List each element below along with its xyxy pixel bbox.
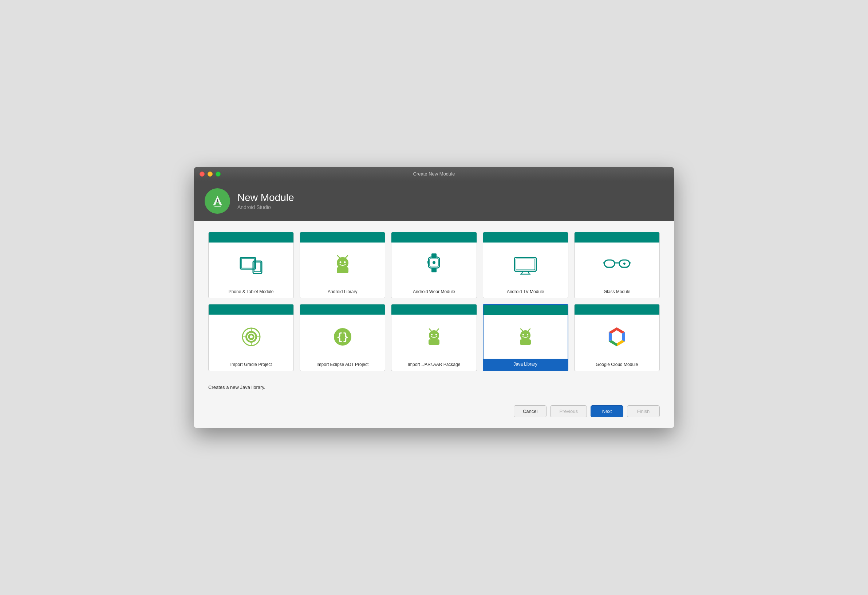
card-body: {} [300, 314, 385, 359]
module-card-google-cloud[interactable]: Google Cloud Module [574, 304, 660, 371]
card-body [483, 242, 568, 286]
android-library-icon [332, 254, 354, 275]
card-body [300, 242, 385, 286]
module-label-java-library: Java Library [484, 359, 568, 370]
maximize-button[interactable] [216, 171, 221, 177]
svg-text:{}: {} [337, 331, 349, 343]
svg-point-39 [429, 330, 439, 341]
card-body [391, 242, 476, 286]
module-card-android-wear[interactable]: Android Wear Module [391, 232, 477, 298]
svg-rect-50 [520, 340, 531, 345]
svg-rect-23 [604, 260, 615, 267]
close-button[interactable] [199, 171, 205, 177]
module-label-phone-tablet: Phone & Tablet Module [209, 286, 294, 298]
svg-line-43 [437, 329, 439, 331]
svg-line-9 [338, 255, 340, 258]
module-label-android-wear: Android Wear Module [391, 286, 476, 298]
card-body [209, 242, 294, 286]
svg-point-28 [623, 263, 626, 265]
module-card-import-eclipse[interactable]: {} Import Eclipse ADT Project [300, 304, 385, 371]
card-header-bar [391, 232, 476, 242]
svg-point-17 [433, 261, 435, 264]
svg-line-42 [429, 329, 431, 331]
phone-tablet-icon [239, 254, 264, 275]
next-button[interactable]: Next [590, 405, 623, 417]
module-card-import-gradle[interactable]: Import Gradle Project [208, 304, 294, 371]
svg-line-48 [521, 329, 523, 331]
svg-marker-54 [622, 332, 625, 341]
java-library-icon [514, 326, 536, 348]
import-gradle-icon [240, 326, 262, 348]
module-card-phone-tablet[interactable]: Phone & Tablet Module [208, 232, 294, 298]
svg-rect-44 [428, 340, 440, 345]
svg-point-8 [344, 261, 345, 263]
header-text: New Module Android Studio [238, 192, 294, 210]
module-label-android-library: Android Library [300, 286, 385, 298]
card-header-bar [300, 304, 385, 314]
dialog-title: New Module [238, 192, 294, 204]
svg-point-7 [340, 261, 341, 263]
glass-icon [603, 257, 630, 272]
card-header-bar [574, 304, 659, 314]
dialog-window: Create New Module New Module Android Stu… [194, 167, 674, 428]
module-card-java-library[interactable]: Java Library [483, 304, 568, 371]
svg-point-45 [520, 330, 530, 341]
svg-rect-11 [337, 267, 348, 273]
card-header-bar [483, 232, 568, 242]
svg-rect-15 [431, 268, 437, 272]
svg-line-49 [528, 329, 530, 331]
module-label-android-tv: Android TV Module [483, 286, 568, 298]
card-header-bar [484, 305, 568, 315]
svg-point-47 [527, 334, 528, 335]
traffic-lights [199, 171, 221, 177]
module-label-import-jar: Import .JAR/.AAR Package [391, 359, 476, 371]
module-grid: Phone & Tablet Module [208, 232, 660, 371]
previous-button[interactable]: Previous [550, 405, 587, 417]
card-body [574, 314, 659, 359]
card-header-bar [574, 232, 659, 242]
module-card-import-jar[interactable]: Import .JAR/.AAR Package [391, 304, 477, 371]
svg-point-32 [250, 335, 253, 338]
card-body [391, 314, 476, 359]
dialog-content: Phone & Tablet Module [194, 221, 674, 428]
module-card-glass[interactable]: Glass Module [574, 232, 660, 298]
card-body [574, 242, 659, 286]
card-body [484, 315, 568, 359]
svg-point-46 [523, 334, 524, 335]
android-wear-icon [427, 254, 441, 275]
module-card-android-library[interactable]: Android Library [300, 232, 385, 298]
cancel-button[interactable]: Cancel [514, 405, 546, 417]
description-bar: Creates a new Java library. [208, 380, 660, 394]
title-bar: Create New Module [194, 167, 674, 181]
module-label-google-cloud: Google Cloud Module [574, 359, 659, 371]
google-cloud-icon [606, 326, 628, 348]
finish-button[interactable]: Finish [627, 405, 660, 417]
svg-point-41 [435, 334, 437, 335]
module-label-import-gradle: Import Gradle Project [209, 359, 294, 371]
svg-line-10 [345, 255, 348, 258]
card-header-bar [391, 304, 476, 314]
window-title: Create New Module [199, 171, 669, 177]
button-row: Cancel Previous Next Finish [208, 402, 660, 417]
dialog-subtitle: Android Studio [238, 204, 294, 210]
import-eclipse-icon: {} [332, 326, 354, 348]
android-studio-icon [210, 193, 226, 210]
module-card-android-tv[interactable]: Android TV Module [483, 232, 568, 298]
module-description: Creates a new Java library. [208, 385, 266, 390]
svg-rect-19 [516, 259, 535, 270]
android-tv-icon [513, 254, 538, 275]
card-body [209, 314, 294, 359]
svg-point-40 [431, 334, 433, 335]
module-label-glass: Glass Module [574, 286, 659, 298]
card-header-bar [300, 232, 385, 242]
dialog-header: New Module Android Studio [194, 181, 674, 221]
svg-rect-18 [514, 257, 536, 271]
card-header-bar [209, 304, 294, 314]
card-header-bar [209, 232, 294, 242]
svg-rect-16 [427, 261, 428, 264]
app-logo [205, 188, 230, 214]
module-label-import-eclipse: Import Eclipse ADT Project [300, 359, 385, 371]
import-jar-icon [423, 326, 445, 348]
minimize-button[interactable] [208, 171, 213, 177]
svg-marker-57 [609, 332, 612, 341]
